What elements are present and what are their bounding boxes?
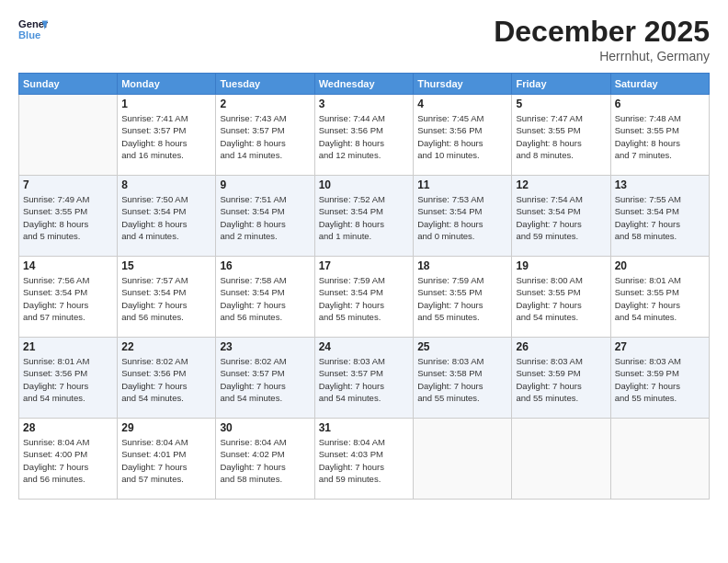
calendar-cell: 25Sunrise: 8:03 AMSunset: 3:58 PMDayligh… [414, 338, 512, 419]
day-number: 28 [23, 421, 113, 434]
day-number: 21 [23, 340, 113, 353]
day-info: Sunrise: 7:55 AMSunset: 3:54 PMDaylight:… [615, 193, 705, 242]
day-number: 8 [121, 178, 211, 191]
calendar-cell: 1Sunrise: 7:41 AMSunset: 3:57 PMDaylight… [118, 95, 216, 176]
calendar-table: SundayMondayTuesdayWednesdayThursdayFrid… [18, 73, 710, 500]
calendar-week-1: 1Sunrise: 7:41 AMSunset: 3:57 PMDaylight… [19, 95, 710, 176]
calendar-cell [414, 419, 512, 500]
day-number: 31 [319, 421, 409, 434]
day-info: Sunrise: 8:03 AMSunset: 3:57 PMDaylight:… [319, 355, 409, 404]
weekday-header-saturday: Saturday [610, 74, 709, 95]
day-number: 16 [220, 259, 310, 272]
day-info: Sunrise: 8:03 AMSunset: 3:59 PMDaylight:… [615, 355, 705, 404]
day-number: 5 [516, 98, 606, 110]
calendar-cell: 16Sunrise: 7:58 AMSunset: 3:54 PMDayligh… [216, 257, 314, 338]
day-number: 20 [615, 259, 705, 272]
day-number: 14 [23, 259, 113, 272]
day-info: Sunrise: 7:41 AMSunset: 3:57 PMDaylight:… [121, 112, 211, 161]
calendar-cell: 23Sunrise: 8:02 AMSunset: 3:57 PMDayligh… [216, 338, 314, 419]
day-info: Sunrise: 7:50 AMSunset: 3:54 PMDaylight:… [121, 193, 211, 242]
day-info: Sunrise: 7:49 AMSunset: 3:55 PMDaylight:… [23, 193, 113, 242]
logo: General Blue [18, 15, 48, 44]
calendar-cell: 14Sunrise: 7:56 AMSunset: 3:54 PMDayligh… [19, 257, 118, 338]
day-number: 10 [319, 178, 409, 191]
day-info: Sunrise: 8:00 AMSunset: 3:55 PMDaylight:… [516, 274, 606, 323]
page: General Blue December 2025 Herrnhut, Ger… [0, 0, 728, 563]
day-info: Sunrise: 7:53 AMSunset: 3:54 PMDaylight:… [417, 193, 507, 242]
day-info: Sunrise: 8:03 AMSunset: 3:59 PMDaylight:… [516, 355, 606, 404]
weekday-header-friday: Friday [512, 74, 610, 95]
day-info: Sunrise: 7:57 AMSunset: 3:54 PMDaylight:… [121, 274, 211, 323]
calendar-week-5: 28Sunrise: 8:04 AMSunset: 4:00 PMDayligh… [19, 419, 710, 500]
calendar-cell: 4Sunrise: 7:45 AMSunset: 3:56 PMDaylight… [414, 95, 512, 176]
calendar-cell: 21Sunrise: 8:01 AMSunset: 3:56 PMDayligh… [19, 338, 118, 419]
day-number: 22 [121, 340, 211, 353]
day-number: 25 [417, 340, 507, 353]
day-info: Sunrise: 8:04 AMSunset: 4:00 PMDaylight:… [23, 436, 113, 485]
day-info: Sunrise: 7:48 AMSunset: 3:55 PMDaylight:… [615, 112, 705, 161]
day-number: 24 [319, 340, 409, 353]
calendar-cell: 5Sunrise: 7:47 AMSunset: 3:55 PMDaylight… [512, 95, 610, 176]
calendar-cell [610, 419, 709, 500]
day-info: Sunrise: 8:02 AMSunset: 3:56 PMDaylight:… [121, 355, 211, 404]
day-info: Sunrise: 8:02 AMSunset: 3:57 PMDaylight:… [220, 355, 310, 404]
day-info: Sunrise: 8:03 AMSunset: 3:58 PMDaylight:… [417, 355, 507, 404]
day-number: 19 [516, 259, 606, 272]
weekday-header-thursday: Thursday [414, 74, 512, 95]
calendar-cell: 29Sunrise: 8:04 AMSunset: 4:01 PMDayligh… [118, 419, 216, 500]
day-info: Sunrise: 7:43 AMSunset: 3:57 PMDaylight:… [220, 112, 310, 161]
calendar-cell: 13Sunrise: 7:55 AMSunset: 3:54 PMDayligh… [610, 176, 709, 257]
day-number: 29 [121, 421, 211, 434]
day-info: Sunrise: 7:58 AMSunset: 3:54 PMDaylight:… [220, 274, 310, 323]
calendar-header-row: SundayMondayTuesdayWednesdayThursdayFrid… [19, 74, 710, 95]
calendar-cell: 2Sunrise: 7:43 AMSunset: 3:57 PMDaylight… [216, 95, 314, 176]
calendar-week-3: 14Sunrise: 7:56 AMSunset: 3:54 PMDayligh… [19, 257, 710, 338]
day-info: Sunrise: 7:47 AMSunset: 3:55 PMDaylight:… [516, 112, 606, 161]
day-number: 15 [121, 259, 211, 272]
day-number: 17 [319, 259, 409, 272]
day-info: Sunrise: 7:59 AMSunset: 3:55 PMDaylight:… [417, 274, 507, 323]
day-info: Sunrise: 7:51 AMSunset: 3:54 PMDaylight:… [220, 193, 310, 242]
calendar-cell: 9Sunrise: 7:51 AMSunset: 3:54 PMDaylight… [216, 176, 314, 257]
calendar-cell: 3Sunrise: 7:44 AMSunset: 3:56 PMDaylight… [314, 95, 413, 176]
day-number: 30 [220, 421, 310, 434]
day-number: 26 [516, 340, 606, 353]
calendar-cell: 17Sunrise: 7:59 AMSunset: 3:54 PMDayligh… [314, 257, 413, 338]
calendar-cell: 31Sunrise: 8:04 AMSunset: 4:03 PMDayligh… [314, 419, 413, 500]
day-number: 9 [220, 178, 310, 191]
day-number: 11 [417, 178, 507, 191]
svg-text:Blue: Blue [18, 29, 40, 40]
calendar-cell: 18Sunrise: 7:59 AMSunset: 3:55 PMDayligh… [414, 257, 512, 338]
calendar-cell: 24Sunrise: 8:03 AMSunset: 3:57 PMDayligh… [314, 338, 413, 419]
calendar-cell: 11Sunrise: 7:53 AMSunset: 3:54 PMDayligh… [414, 176, 512, 257]
day-info: Sunrise: 8:04 AMSunset: 4:03 PMDaylight:… [319, 436, 409, 485]
day-number: 2 [220, 98, 310, 110]
location-subtitle: Herrnhut, Germany [494, 49, 710, 63]
calendar-cell: 6Sunrise: 7:48 AMSunset: 3:55 PMDaylight… [610, 95, 709, 176]
day-info: Sunrise: 8:01 AMSunset: 3:56 PMDaylight:… [23, 355, 113, 404]
calendar-cell [19, 95, 118, 176]
calendar-cell: 20Sunrise: 8:01 AMSunset: 3:55 PMDayligh… [610, 257, 709, 338]
calendar-cell: 27Sunrise: 8:03 AMSunset: 3:59 PMDayligh… [610, 338, 709, 419]
title-block: December 2025 Herrnhut, Germany [494, 15, 710, 63]
day-number: 12 [516, 178, 606, 191]
calendar-cell [512, 419, 610, 500]
calendar-cell: 19Sunrise: 8:00 AMSunset: 3:55 PMDayligh… [512, 257, 610, 338]
calendar-cell: 8Sunrise: 7:50 AMSunset: 3:54 PMDaylight… [118, 176, 216, 257]
weekday-header-monday: Monday [118, 74, 216, 95]
day-number: 27 [615, 340, 705, 353]
day-info: Sunrise: 7:44 AMSunset: 3:56 PMDaylight:… [319, 112, 409, 161]
calendar-cell: 12Sunrise: 7:54 AMSunset: 3:54 PMDayligh… [512, 176, 610, 257]
day-info: Sunrise: 8:04 AMSunset: 4:01 PMDaylight:… [121, 436, 211, 485]
day-info: Sunrise: 8:04 AMSunset: 4:02 PMDaylight:… [220, 436, 310, 485]
month-title: December 2025 [494, 15, 710, 49]
day-number: 4 [417, 98, 507, 110]
calendar-cell: 28Sunrise: 8:04 AMSunset: 4:00 PMDayligh… [19, 419, 118, 500]
day-number: 13 [615, 178, 705, 191]
day-number: 3 [319, 98, 409, 110]
calendar-cell: 26Sunrise: 8:03 AMSunset: 3:59 PMDayligh… [512, 338, 610, 419]
day-number: 23 [220, 340, 310, 353]
calendar-cell: 30Sunrise: 8:04 AMSunset: 4:02 PMDayligh… [216, 419, 314, 500]
weekday-header-wednesday: Wednesday [314, 74, 413, 95]
calendar-cell: 10Sunrise: 7:52 AMSunset: 3:54 PMDayligh… [314, 176, 413, 257]
